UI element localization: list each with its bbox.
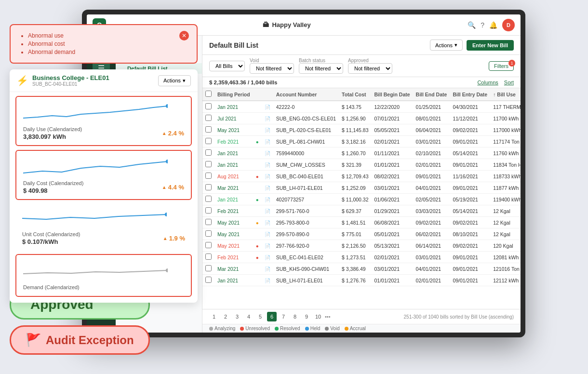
select-all-checkbox[interactable] [205, 91, 212, 97]
cell-begin: 01/01/2021 [372, 159, 413, 171]
table-header-row: Billing Period Account Number Total Cost… [202, 88, 521, 101]
cell-period[interactable]: Jan 2021 [214, 194, 253, 205]
cell-period[interactable]: Feb 2021 [214, 205, 253, 217]
cell-total: $ 1,256.90 [339, 113, 371, 124]
row-checkbox[interactable] [205, 126, 212, 133]
cell-end: 02/01/2021 [413, 275, 450, 286]
row-checkbox[interactable] [205, 196, 212, 202]
sort-link[interactable]: Sort [504, 80, 514, 85]
row-checkbox[interactable] [205, 219, 212, 225]
alert-item-3: Abnormal demand [28, 49, 189, 55]
row-checkbox[interactable] [205, 138, 212, 144]
page-9[interactable]: 9 [302, 312, 311, 321]
cell-flag1 [253, 263, 262, 275]
alert-close-button[interactable]: ✕ [179, 31, 189, 40]
row-checkbox[interactable] [205, 277, 212, 283]
page-6[interactable]: 6 [267, 312, 277, 321]
cell-period[interactable]: Jul 2021 [214, 113, 253, 124]
page-7[interactable]: 7 [279, 312, 288, 321]
row-checkbox[interactable] [205, 242, 212, 248]
page-4[interactable]: 4 [244, 312, 254, 321]
table-row: Jan 2021 📄 SUM_CHW_LOSSES $ 321.39 01/01… [202, 159, 521, 171]
col-total[interactable]: Total Cost [339, 88, 371, 101]
row-checkbox[interactable] [205, 207, 212, 214]
row-checkbox[interactable] [205, 103, 212, 109]
help-icon[interactable]: ? [481, 21, 484, 29]
cell-end: 06/02/2021 [413, 228, 450, 240]
actions-button[interactable]: Actions ▾ [430, 40, 463, 51]
chevron-down-icon: ▾ [454, 42, 457, 48]
all-bills-select[interactable]: All Bills [209, 61, 245, 71]
legend-dot-void [325, 327, 329, 331]
cell-use: 117174 Ton Hr [490, 136, 521, 147]
void-select[interactable]: Not filtered [250, 63, 294, 74]
business-actions-button[interactable]: Actions ▾ [158, 75, 191, 86]
row-checkbox[interactable] [205, 173, 212, 179]
cell-period[interactable]: May 2021 [214, 124, 253, 136]
cell-period[interactable]: Feb 2021 [214, 252, 253, 263]
col-begin[interactable]: Bill Begin Date [372, 88, 413, 101]
row-checkbox[interactable] [205, 230, 212, 237]
table-row: May 2021 ● 📄 297-766-920-0 $ 2,126.50 05… [202, 240, 521, 252]
cell-checkbox [202, 217, 214, 228]
cell-period[interactable]: Mar 2021 [214, 182, 253, 194]
col-account[interactable]: Account Number [273, 88, 339, 101]
user-avatar[interactable]: D [502, 19, 515, 31]
filters-button[interactable]: Filters 1 [489, 61, 514, 71]
page-8[interactable]: 8 [290, 312, 300, 321]
page-numbers: 1 2 3 4 5 6 7 8 9 10 ••• [209, 312, 331, 321]
cell-entry: 09/02/2021 [450, 124, 490, 136]
page-10[interactable]: 10 [313, 312, 323, 321]
cell-flag1: ● [253, 240, 262, 252]
col-entry[interactable]: Bill Entry Date [450, 88, 490, 101]
row-checkbox[interactable] [205, 254, 212, 260]
cell-period[interactable]: May 2021 [214, 228, 253, 240]
cell-period[interactable]: Aug 2021 [214, 171, 253, 182]
cell-total: $ 1,252.09 [339, 182, 371, 194]
row-checkbox[interactable] [205, 149, 212, 156]
sparkline-demand [23, 262, 168, 281]
cell-period[interactable]: Jan 2021 [214, 147, 253, 159]
approved-select[interactable]: Not filtered [348, 63, 392, 74]
cell-period[interactable]: Jan 2021 [214, 159, 253, 171]
row-checkbox[interactable] [205, 265, 212, 271]
cell-period[interactable]: May 2021 [214, 217, 253, 228]
col-billing-period[interactable]: Billing Period [214, 88, 253, 101]
cell-use: 11877 kWh [490, 182, 521, 194]
col-use[interactable]: ↑ Bill Use [490, 88, 521, 101]
cell-total: $ 11,000.32 [339, 194, 371, 205]
cell-period[interactable]: Jan 2021 [214, 101, 253, 113]
main-header-right: Actions ▾ Enter New Bill [430, 40, 514, 51]
page-5[interactable]: 5 [255, 312, 265, 321]
row-checkbox[interactable] [205, 161, 212, 167]
metric-daily-cost: Daily Cost (Calendarized) $ 409.98 ▲ 4.4… [15, 150, 192, 200]
cell-begin: 08/02/2021 [372, 171, 413, 182]
cell-period[interactable]: May 2021 [214, 240, 253, 252]
row-checkbox[interactable] [205, 184, 212, 190]
row-checkbox[interactable] [205, 115, 212, 121]
page-3[interactable]: 3 [232, 312, 242, 321]
cell-end: 06/14/2021 [413, 240, 450, 252]
cell-total: $ 1,260.70 [339, 147, 371, 159]
metric-label-daily-use: Daily Use (Calendarized) 3,830.097 kWh [23, 126, 82, 140]
batch-select[interactable]: Not filtered [299, 63, 343, 74]
notification-icon[interactable]: 🔔 [489, 21, 497, 29]
enter-new-bill-button[interactable]: Enter New Bill [467, 40, 514, 51]
cell-end: 06/04/2021 [413, 124, 450, 136]
cell-account: 7599440000 [273, 147, 339, 159]
col-end[interactable]: Bill End Date [413, 88, 450, 101]
search-icon[interactable]: 🔍 [468, 21, 476, 29]
cell-period[interactable]: Mar 2021 [214, 263, 253, 275]
cell-use: 118733 kWh [490, 171, 521, 182]
metric-unit-cost: Unit Cost (Calendarized) $ 0.107/kWh ▲ 1… [15, 204, 192, 250]
columns-link[interactable]: Columns [477, 80, 498, 85]
table-row: Mar 2021 📄 SUB_LH-071-ELE01 $ 1,252.09 0… [202, 182, 521, 194]
metric-label-demand: Demand (Calendarized) [23, 284, 184, 290]
cell-use: 119400 kWh [490, 194, 521, 205]
page-2[interactable]: 2 [221, 312, 230, 321]
page-1[interactable]: 1 [209, 312, 219, 321]
cell-end: 04/01/2021 [413, 182, 450, 194]
cell-flag2: 📄 [262, 136, 273, 147]
cell-period[interactable]: Jan 2021 [214, 275, 253, 286]
cell-period[interactable]: Feb 2021 [214, 136, 253, 147]
